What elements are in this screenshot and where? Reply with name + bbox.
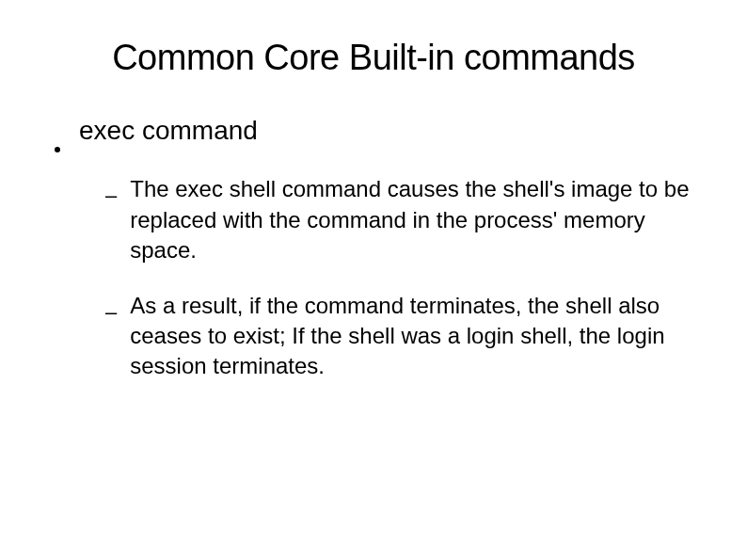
bullet-text: exec command xyxy=(79,114,258,148)
slide-title: Common Core Built-in commands xyxy=(47,38,700,78)
sub-text: As a result, if the command terminates, … xyxy=(130,291,700,382)
bullet-dot-icon xyxy=(55,147,60,152)
dash-icon: – xyxy=(105,302,117,323)
sub-text: The exec shell command causes the shell'… xyxy=(130,174,700,265)
sub-item: – The exec shell command causes the shel… xyxy=(105,174,700,265)
bullet-item: exec command xyxy=(47,114,700,148)
sub-item: – As a result, if the command terminates… xyxy=(105,291,700,382)
sub-list: – The exec shell command causes the shel… xyxy=(105,174,700,381)
dash-icon: – xyxy=(105,185,117,206)
